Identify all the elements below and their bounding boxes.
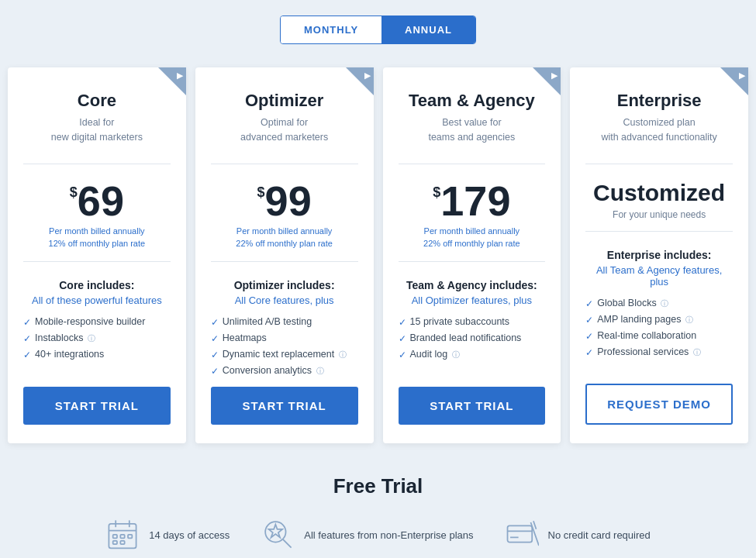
play-icon: ▶ [364, 71, 371, 81]
feature-text: Branded lead notifications [410, 332, 522, 343]
info-icon: ⓘ [661, 299, 668, 308]
feature-item: ✓ Instablocks ⓘ [23, 330, 171, 346]
plan-name: Core [78, 91, 116, 111]
play-icon: ▶ [177, 71, 183, 81]
feature-item: ✓ Branded lead notifications [399, 330, 546, 346]
includes-link[interactable]: All of these powerful features [32, 294, 162, 306]
plan-subtitle: Ideal fornew digital marketers [51, 115, 143, 145]
price-custom: Customized [593, 180, 725, 206]
free-trial-features-text: All features from non-Enterprise plans [304, 529, 473, 541]
card-core: ▶ CoreIdeal fornew digital marketers $ 6… [8, 67, 186, 443]
start-trial-button[interactable]: START TRIAL [211, 387, 358, 425]
free-trial-title: Free Trial [8, 474, 748, 498]
check-icon: ✓ [211, 317, 219, 328]
check-icon: ✓ [585, 347, 593, 358]
start-trial-button[interactable]: START TRIAL [399, 387, 546, 425]
plan-name: Team & Agency [409, 91, 535, 111]
feature-item: ✓ Global Blocks ⓘ [585, 295, 733, 312]
feature-item: ✓ Professional services ⓘ [585, 344, 733, 360]
pricing-cards: ▶ CoreIdeal fornew digital marketers $ 6… [8, 67, 748, 443]
check-icon: ✓ [585, 331, 593, 342]
check-icon: ✓ [23, 350, 31, 360]
feature-text: AMP landing pages ⓘ [597, 314, 693, 326]
calendar-icon [105, 517, 140, 554]
price-note: Per month billed annually12% off monthly… [49, 225, 146, 250]
check-icon: ✓ [399, 333, 406, 344]
feature-item: ✓ 15 private subaccounts [399, 314, 546, 330]
plan-subtitle: Best value forteams and agencies [428, 115, 515, 145]
info-icon: ⓘ [316, 367, 324, 375]
svg-line-10 [283, 539, 292, 548]
feature-item: ✓ 40+ integrations [23, 346, 171, 363]
includes-title: Core includes: [59, 279, 134, 291]
includes-title: Enterprise includes: [607, 249, 712, 261]
billing-toggle[interactable]: MONTHLY ANNUAL [280, 16, 476, 44]
monthly-toggle[interactable]: MONTHLY [281, 16, 381, 43]
price-custom-note: For your unique needs [613, 209, 706, 220]
feature-text: Dynamic text replacement ⓘ [223, 349, 347, 360]
free-trial-item-features: All features from non-Enterprise plans [261, 517, 473, 554]
divider-mid [399, 261, 546, 262]
check-icon: ✓ [399, 350, 406, 360]
includes-link[interactable]: All Team & Agency features, plus [585, 264, 733, 288]
divider-top [585, 164, 733, 164]
start-trial-button[interactable]: START TRIAL [23, 387, 171, 425]
feature-item: ✓ Dynamic text replacement ⓘ [211, 346, 358, 363]
svg-rect-4 [113, 534, 117, 537]
free-trial-section: Free Trial 14 days of access [8, 474, 748, 554]
annual-toggle[interactable]: ANNUAL [381, 16, 475, 43]
check-icon: ✓ [23, 317, 31, 328]
price-amount: 99 [265, 180, 312, 222]
price-dollar: $ [257, 184, 265, 201]
price-block: $ 99 [257, 180, 312, 222]
feature-text: Instablocks ⓘ [35, 332, 95, 344]
play-icon: ▶ [739, 71, 745, 81]
check-icon: ✓ [399, 317, 406, 328]
info-icon: ⓘ [88, 334, 95, 343]
plan-subtitle: Customized planwith advanced functionali… [601, 115, 716, 145]
check-icon: ✓ [585, 315, 593, 326]
card-team-agency: ▶ Team & AgencyBest value forteams and a… [383, 67, 561, 443]
request-demo-button[interactable]: REQUEST DEMO [585, 384, 733, 425]
includes-link[interactable]: All Core features, plus [235, 294, 334, 306]
feature-text: 40+ integrations [35, 349, 104, 360]
price-dollar: $ [70, 184, 78, 201]
feature-text: Conversion analytics ⓘ [223, 365, 324, 377]
svg-rect-7 [113, 540, 117, 543]
price-note: Per month billed annually22% off monthly… [423, 225, 520, 250]
plan-name: Enterprise [617, 91, 702, 111]
feature-item: ✓ Unlimited A/B testing [211, 314, 358, 330]
no-card-icon [505, 517, 539, 554]
feature-text: Mobile-responsive builder [35, 316, 145, 327]
divider-mid [211, 261, 358, 262]
includes-title: Team & Agency includes: [406, 279, 537, 291]
info-icon: ⓘ [452, 350, 460, 359]
free-trial-card-text: No credit card required [548, 529, 651, 541]
feature-item: ✓ Audit log ⓘ [399, 346, 546, 363]
divider-mid [585, 231, 733, 232]
free-trial-access-text: 14 days of access [149, 529, 230, 541]
feature-text: Unlimited A/B testing [223, 316, 312, 327]
free-trial-item-access: 14 days of access [105, 517, 230, 554]
divider-top [23, 164, 171, 164]
svg-line-16 [533, 521, 536, 529]
feature-item: ✓ AMP landing pages ⓘ [585, 312, 733, 328]
includes-link[interactable]: All Optimizer features, plus [412, 294, 532, 306]
features-list: ✓ 15 private subaccounts ✓ Branded lead … [399, 314, 546, 379]
feature-text: Real-time collaboration [597, 330, 696, 341]
corner-ribbon: ▶ [533, 67, 561, 95]
check-icon: ✓ [211, 350, 219, 360]
info-icon: ⓘ [693, 348, 701, 356]
svg-rect-6 [128, 534, 132, 537]
card-optimizer: ▶ OptimizerOptimal foradvanced marketers… [195, 67, 374, 443]
features-list: ✓ Unlimited A/B testing ✓ Heatmaps ✓ Dyn… [211, 314, 358, 379]
info-icon: ⓘ [685, 315, 693, 324]
corner-ribbon: ▶ [158, 67, 186, 95]
feature-text: 15 private subaccounts [410, 316, 510, 327]
price-dollar: $ [433, 184, 440, 201]
divider-top [211, 164, 358, 164]
plan-subtitle: Optimal foradvanced marketers [240, 115, 328, 145]
feature-text: Audit log ⓘ [410, 349, 460, 360]
svg-rect-12 [507, 525, 532, 542]
corner-ribbon: ▶ [720, 67, 748, 95]
